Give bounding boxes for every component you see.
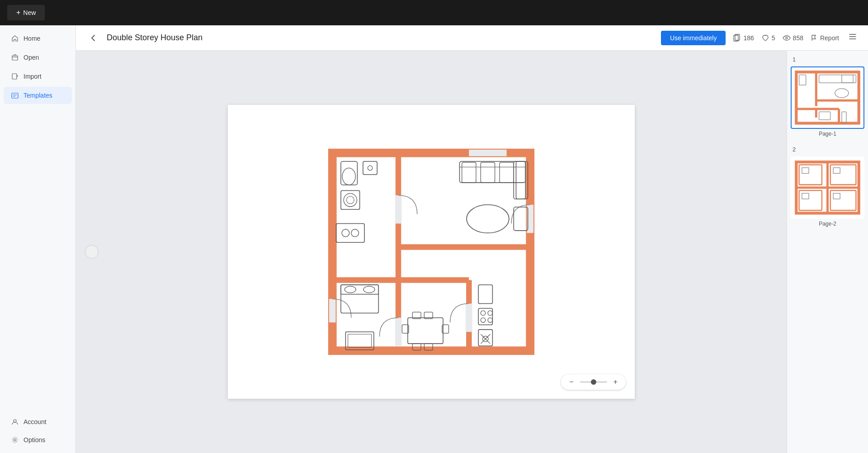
svg-rect-85 xyxy=(799,75,806,85)
svg-rect-49 xyxy=(462,162,476,183)
svg-rect-55 xyxy=(514,207,528,231)
svg-rect-50 xyxy=(481,162,495,183)
page-1-number: 1 xyxy=(791,56,864,63)
svg-rect-87 xyxy=(819,75,853,83)
svg-point-59 xyxy=(488,311,492,315)
content-header: Double Storey House Plan Use immediately… xyxy=(76,25,868,51)
page-2-number: 2 xyxy=(791,146,864,153)
templates-icon xyxy=(11,91,19,99)
svg-rect-79 xyxy=(796,72,859,123)
svg-rect-73 xyxy=(341,285,378,313)
page-1-item[interactable]: Page-1 xyxy=(791,66,864,137)
svg-rect-66 xyxy=(408,318,443,344)
zoom-out-button[interactable]: − xyxy=(566,377,576,387)
zoom-in-button[interactable]: + xyxy=(611,377,620,387)
hamburger-icon xyxy=(848,32,857,41)
svg-point-54 xyxy=(467,205,509,233)
svg-point-25 xyxy=(344,193,357,207)
page-2-preview xyxy=(793,159,862,216)
floor-plan: ↓ ↑ ↓ xyxy=(318,139,544,365)
svg-rect-74 xyxy=(341,285,378,294)
svg-rect-2 xyxy=(12,93,18,98)
views-stat[interactable]: 858 xyxy=(783,34,803,42)
new-label: New xyxy=(23,9,36,16)
zoom-thumb[interactable] xyxy=(591,379,596,385)
new-button[interactable]: + New xyxy=(7,5,45,20)
svg-point-4 xyxy=(14,439,16,441)
canvas-container[interactable]: ↓ ↑ ↓ xyxy=(76,51,787,453)
svg-point-60 xyxy=(481,318,485,322)
page-1-thumb[interactable] xyxy=(791,66,864,129)
canvas-paper: ↓ ↑ ↓ xyxy=(228,105,635,399)
pages-icon xyxy=(733,34,741,42)
svg-rect-101 xyxy=(833,193,840,199)
sidebar-label-account: Account xyxy=(24,418,47,425)
zoom-slider[interactable] xyxy=(580,381,607,383)
plus-icon: + xyxy=(16,9,20,17)
svg-rect-56 xyxy=(478,285,492,304)
svg-point-75 xyxy=(344,286,356,293)
svg-point-23 xyxy=(368,165,372,170)
open-icon xyxy=(11,53,19,61)
svg-point-3 xyxy=(14,420,16,422)
likes-stat[interactable]: 5 xyxy=(761,34,775,42)
sidebar-item-templates[interactable]: Templates xyxy=(4,87,72,104)
svg-point-21 xyxy=(342,168,355,185)
report-button[interactable]: Report xyxy=(811,34,839,42)
svg-rect-62 xyxy=(478,330,492,346)
svg-point-28 xyxy=(342,229,349,237)
svg-rect-99 xyxy=(833,168,840,174)
drag-handle[interactable] xyxy=(85,245,99,259)
svg-point-29 xyxy=(351,229,359,237)
svg-rect-1 xyxy=(12,74,17,79)
svg-point-7 xyxy=(786,37,788,39)
options-icon xyxy=(11,436,19,444)
heart-icon xyxy=(761,34,769,42)
page-title: Double Storey House Plan xyxy=(107,33,656,42)
svg-rect-86 xyxy=(842,75,856,83)
svg-point-61 xyxy=(488,318,492,322)
svg-rect-22 xyxy=(363,161,377,175)
svg-point-58 xyxy=(481,311,485,315)
sidebar-label-options: Options xyxy=(24,436,45,444)
sidebar-label-home: Home xyxy=(24,35,40,42)
pages-panel: 1 xyxy=(787,51,868,453)
zoom-controls: − + xyxy=(561,374,626,390)
sidebar-label-templates: Templates xyxy=(24,92,52,99)
import-icon xyxy=(11,72,19,80)
page-1-label: Page-1 xyxy=(791,131,864,137)
svg-point-26 xyxy=(347,196,354,204)
sidebar-item-open[interactable]: Open xyxy=(4,49,72,66)
svg-point-88 xyxy=(835,89,849,98)
svg-rect-47 xyxy=(460,161,526,183)
page-1-preview xyxy=(793,69,862,126)
svg-rect-78 xyxy=(348,334,372,347)
sidebar-label-import: Import xyxy=(24,73,42,80)
menu-button[interactable] xyxy=(846,30,859,45)
svg-rect-0 xyxy=(12,56,18,60)
back-button[interactable] xyxy=(85,32,101,44)
flag-icon xyxy=(811,34,818,42)
svg-rect-27 xyxy=(336,224,365,243)
likes-count: 5 xyxy=(772,34,775,42)
sidebar-label-open: Open xyxy=(24,54,39,61)
report-label: Report xyxy=(820,34,839,42)
svg-rect-98 xyxy=(802,168,809,174)
eye-icon xyxy=(783,34,791,42)
svg-point-76 xyxy=(363,286,375,293)
sidebar-item-options[interactable]: Options xyxy=(4,431,72,448)
sidebar: Home Open Import xyxy=(0,25,76,453)
page-2-item[interactable]: Page-2 xyxy=(791,156,864,227)
svg-rect-100 xyxy=(802,193,809,199)
use-immediately-button[interactable]: Use immediately xyxy=(661,31,726,45)
svg-rect-90 xyxy=(842,112,846,123)
sidebar-item-home[interactable]: Home xyxy=(4,30,72,47)
sidebar-item-account[interactable]: Account xyxy=(4,413,72,430)
pages-stat[interactable]: 186 xyxy=(733,34,754,42)
header-actions: Use immediately 186 5 xyxy=(661,30,859,45)
page-2-thumb[interactable] xyxy=(791,156,864,219)
pages-count: 186 xyxy=(743,34,754,42)
sidebar-item-import[interactable]: Import xyxy=(4,68,72,85)
svg-rect-51 xyxy=(500,162,514,183)
account-icon xyxy=(11,418,19,426)
